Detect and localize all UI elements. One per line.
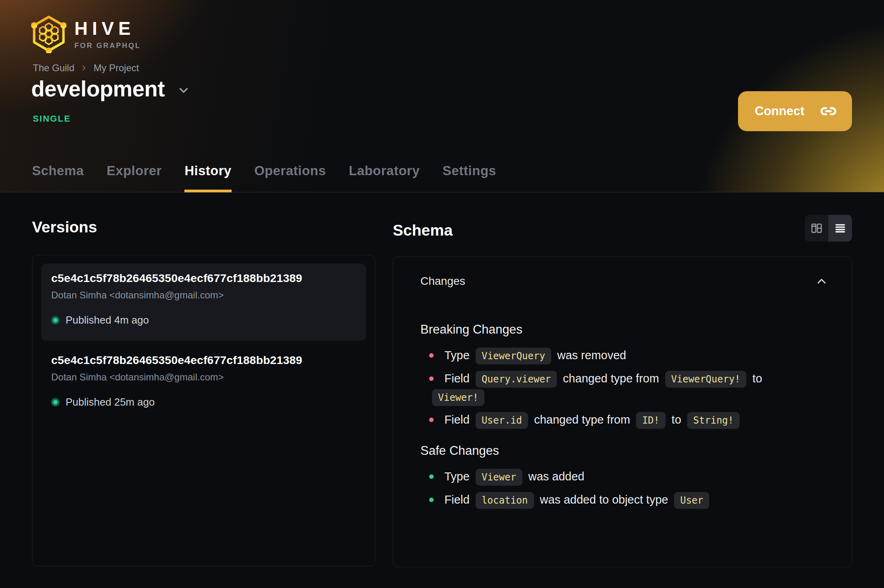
tab-settings[interactable]: Settings: [442, 163, 496, 192]
tab-schema[interactable]: Schema: [32, 163, 84, 192]
code-chip: ViewerQuery: [476, 348, 551, 364]
breadcrumb-item-the-guild[interactable]: The Guild: [33, 62, 74, 74]
hive-logo-icon: [31, 14, 66, 53]
change-text: to: [749, 372, 762, 385]
version-hash: c5e4c1c5f78b26465350e4ecf677cf188bb21389: [51, 354, 356, 367]
change-sections: Breaking ChangesType ViewerQuery was rem…: [420, 322, 828, 509]
schema-heading: Schema: [393, 221, 453, 240]
change-text: Field: [444, 372, 473, 385]
version-card[interactable]: c5e4c1c5f78b26465350e4ecf677cf188bb21389…: [41, 346, 366, 423]
breaking-bullet-icon: [429, 353, 434, 358]
change-text: Type: [444, 470, 473, 483]
change-item: Field Query.viewer changed type from Vie…: [429, 370, 801, 406]
change-section-title-breaking: Breaking Changes: [420, 322, 828, 337]
breadcrumb: The GuildMy Project: [33, 62, 139, 74]
breadcrumb-item-my-project[interactable]: My Project: [94, 62, 139, 74]
change-item: Type ViewerQuery was removed: [429, 346, 801, 365]
connect-button-label: Connect: [755, 104, 804, 118]
change-text: Field: [444, 413, 473, 426]
change-text: was removed: [554, 349, 626, 362]
change-item: Field location was added to object type …: [429, 491, 801, 509]
change-text: to: [668, 413, 684, 426]
brand-tagline: FOR GRAPHQL: [74, 42, 141, 50]
columns-view-icon: [810, 222, 823, 234]
breaking-change-list: Type ViewerQuery was removedField Query.…: [420, 346, 801, 429]
link-icon: [819, 102, 838, 120]
change-text: was added: [525, 470, 584, 483]
code-chip: Query.viewer: [476, 371, 557, 388]
safe-change-list: Type Viewer was addedField location was …: [420, 468, 801, 509]
breaking-bullet-icon: [429, 418, 434, 422]
changes-panel: Changes Breaking ChangesType ViewerQuery…: [393, 256, 852, 567]
changes-collapse-header[interactable]: Changes: [420, 274, 828, 288]
code-chip: ViewerQuery!: [665, 371, 746, 388]
versions-column: Versions c5e4c1c5f78b26465350e4ecf677cf1…: [32, 218, 375, 567]
list-view-icon: [834, 222, 846, 234]
brand-logo[interactable]: HIVE FOR GRAPHQL: [31, 14, 141, 53]
chevron-up-icon[interactable]: [815, 274, 828, 288]
view-toggle: [805, 215, 852, 242]
tab-laboratory[interactable]: Laboratory: [349, 163, 420, 192]
version-hash: c5e4c1c5f78b26465350e4ecf677cf188bb21389: [51, 272, 356, 285]
change-text: Field: [444, 493, 473, 506]
breaking-bullet-icon: [429, 376, 434, 381]
published-dot-icon: [51, 398, 60, 406]
brand-name: HIVE: [74, 19, 141, 38]
safe-bullet-icon: [429, 474, 434, 479]
version-status-text: Published 25m ago: [66, 396, 155, 408]
version-status-text: Published 4m ago: [66, 314, 149, 326]
change-section-title-safe: Safe Changes: [420, 444, 828, 458]
version-author: Dotan Simha <dotansimha@gmail.com>: [51, 372, 356, 383]
version-card[interactable]: c5e4c1c5f78b26465350e4ecf677cf188bb21389…: [41, 264, 366, 341]
chevron-down-icon[interactable]: [177, 84, 190, 97]
connect-button[interactable]: Connect: [738, 91, 852, 131]
code-chip: location: [476, 492, 534, 509]
tab-explorer[interactable]: Explorer: [107, 163, 162, 192]
version-status: Published 25m ago: [51, 396, 356, 408]
code-chip: Viewer!: [432, 389, 484, 406]
code-chip: User.id: [476, 412, 528, 429]
safe-bullet-icon: [429, 498, 434, 502]
code-chip: String!: [687, 412, 740, 429]
code-chip: ID!: [636, 412, 665, 429]
tab-history[interactable]: History: [184, 163, 231, 192]
page-header: HIVE FOR GRAPHQL The GuildMy Project dev…: [0, 0, 884, 192]
versions-list: c5e4c1c5f78b26465350e4ecf677cf188bb21389…: [32, 255, 375, 566]
change-text: Type: [444, 349, 473, 362]
tab-operations[interactable]: Operations: [254, 163, 326, 192]
change-item: Field User.id changed type from ID! to S…: [429, 411, 801, 429]
page-title: development: [31, 76, 165, 102]
change-item: Type Viewer was added: [429, 468, 801, 486]
version-status: Published 4m ago: [51, 314, 356, 326]
change-text: changed type from: [560, 372, 662, 385]
status-badge: SINGLE: [33, 114, 71, 124]
changes-label: Changes: [420, 275, 465, 288]
code-chip: Viewer: [476, 469, 522, 486]
nav-tabs: SchemaExplorerHistoryOperationsLaborator…: [32, 163, 496, 192]
chevron-right-icon: [80, 64, 88, 72]
code-chip: User: [674, 492, 709, 509]
published-dot-icon: [51, 316, 60, 324]
list-view-button[interactable]: [828, 215, 852, 242]
columns-view-button[interactable]: [805, 215, 828, 242]
change-text: was added to object type: [537, 493, 672, 506]
versions-heading: Versions: [32, 218, 375, 236]
main-content: Versions c5e4c1c5f78b26465350e4ecf677cf1…: [0, 192, 884, 567]
version-author: Dotan Simha <dotansimha@gmail.com>: [51, 290, 356, 301]
schema-column: Schema Changes: [393, 218, 852, 567]
change-text: changed type from: [531, 413, 633, 426]
